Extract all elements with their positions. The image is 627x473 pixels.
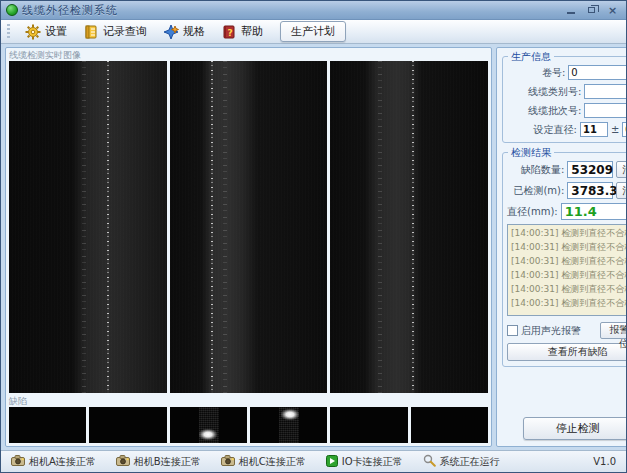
minimize-button[interactable] xyxy=(562,3,579,17)
defect-thumbnail[interactable] xyxy=(250,407,327,443)
production-info-title: 生产信息 xyxy=(508,50,554,63)
spec-label: 规格 xyxy=(183,24,205,39)
alarm-reset-button[interactable]: 报警复位 xyxy=(600,322,627,339)
production-plan-button[interactable]: 生产计划 xyxy=(280,21,346,42)
diameter-label: 直径(mm): xyxy=(507,205,558,219)
defects-title: 缺陷 xyxy=(9,395,488,407)
cable-type-label: 线缆类别号: xyxy=(528,85,581,99)
help-button[interactable]: ? 帮助 xyxy=(218,22,266,42)
production-info-group: 生产信息 卷号: 线缆类别号: ▼ 线缆批次号: ▼ xyxy=(502,56,627,143)
system-running-status: 系统正在运行 xyxy=(423,454,500,469)
io-card-status: IO卡连接正常 xyxy=(326,455,403,469)
camera-b-status: 相机B连接正常 xyxy=(116,455,201,469)
records-icon xyxy=(83,24,99,40)
defect-count-value: 53209 xyxy=(567,161,613,178)
detection-log[interactable]: [14:00:31] 检测到直径不合格 [14:00:31] 检测到直径不合格 … xyxy=(507,224,627,316)
status-bar: 相机A连接正常 相机B连接正常 相机C连接正常 xyxy=(1,450,626,472)
defect-thumbnails xyxy=(9,407,488,443)
camera-c-view xyxy=(330,61,488,393)
set-diameter-input[interactable] xyxy=(580,122,608,137)
cable-edge-highlight xyxy=(211,61,213,393)
camera-a-status: 相机A连接正常 xyxy=(11,455,96,469)
cable-type-dropdown[interactable]: ▼ xyxy=(584,84,627,99)
production-plan-label: 生产计划 xyxy=(291,24,335,39)
io-card-icon xyxy=(326,455,338,469)
spec-icon xyxy=(163,24,179,40)
defect-count-label: 缺陷数量: xyxy=(521,163,564,177)
record-query-label: 记录查询 xyxy=(103,24,147,39)
toolbar: 设置 记录查询 规格 ? 帮助 xyxy=(1,20,626,44)
detection-results-group: 检测结果 缺陷数量: 53209 清零 已检测(m): 3783.3 清零 直径… xyxy=(502,152,627,367)
log-entry: [14:00:31] 检测到直径不合格 xyxy=(511,296,627,310)
cable-edge-highlight xyxy=(412,61,414,393)
log-entry: [14:00:31] 检测到直径不合格 xyxy=(511,268,627,282)
log-entry: [14:00:31] 检测到直径不合格 xyxy=(511,240,627,254)
help-icon: ? xyxy=(221,24,237,40)
defect-thumbnail[interactable] xyxy=(411,407,488,443)
camera-b-view xyxy=(170,61,328,393)
tolerance-input[interactable] xyxy=(622,122,627,137)
alarm-enable-label: 启用声光报警 xyxy=(521,324,581,338)
help-label: 帮助 xyxy=(241,24,263,39)
measured-length-value: 3783.3 xyxy=(567,182,613,199)
settings-label: 设置 xyxy=(45,24,67,39)
camera-views xyxy=(9,61,488,393)
version-label: V1.0 xyxy=(593,456,616,467)
live-image-panel: 线缆检测实时图像 缺陷 xyxy=(5,47,492,447)
cable-batch-dropdown[interactable]: ▼ xyxy=(584,103,627,118)
plus-minus-sign: ± xyxy=(611,124,619,135)
defect-thumbnail[interactable] xyxy=(170,407,247,443)
settings-icon xyxy=(25,24,41,40)
close-button[interactable]: × xyxy=(604,3,621,17)
camera-icon xyxy=(116,455,130,468)
svg-text:?: ? xyxy=(227,27,232,37)
toolbar-grip xyxy=(7,24,10,40)
cable-batch-label: 线缆批次号: xyxy=(528,104,581,118)
content-area: 线缆检测实时图像 缺陷 xyxy=(1,44,626,450)
stop-detection-button[interactable]: 停止检测 xyxy=(523,417,627,440)
app-icon xyxy=(6,4,18,16)
camera-c-status: 相机C连接正常 xyxy=(221,455,306,469)
detection-results-title: 检测结果 xyxy=(508,146,554,159)
clear-defect-count-button[interactable]: 清零 xyxy=(616,161,627,178)
defect-thumbnail[interactable] xyxy=(9,407,86,443)
defect-thumbnail[interactable] xyxy=(330,407,407,443)
measured-length-label: 已检测(m): xyxy=(513,184,564,198)
live-image-title: 线缆检测实时图像 xyxy=(9,49,488,61)
title-bar: 线缆外径检测系统 × xyxy=(1,1,626,20)
roll-number-label: 卷号: xyxy=(542,66,565,80)
camera-a-view xyxy=(9,61,167,393)
camera-icon xyxy=(221,455,235,468)
restore-button[interactable] xyxy=(583,3,600,17)
diameter-value: 11.4 xyxy=(561,203,627,220)
cable-edge-noise xyxy=(223,61,227,393)
camera-icon xyxy=(11,455,25,468)
set-diameter-label: 设定直径: xyxy=(534,123,577,137)
magnifier-icon xyxy=(423,454,436,469)
control-panel: 生产信息 卷号: 线缆类别号: ▼ 线缆批次号: ▼ xyxy=(496,47,627,447)
cable-edge-noise xyxy=(82,61,86,393)
view-all-defects-button[interactable]: 查看所有缺陷 xyxy=(507,343,627,361)
log-entry: [14:00:31] 检测到直径不合格 xyxy=(511,282,627,296)
roll-number-input[interactable] xyxy=(568,65,627,80)
window-title: 线缆外径检测系统 xyxy=(22,3,558,18)
log-entry: [14:00:31] 检测到直径不合格 xyxy=(511,226,627,240)
cable-edge-noise xyxy=(378,61,382,393)
spec-button[interactable]: 规格 xyxy=(160,22,208,42)
defect-thumbnail[interactable] xyxy=(89,407,166,443)
cable-edge-highlight xyxy=(107,61,109,393)
settings-button[interactable]: 设置 xyxy=(22,22,70,42)
defect-blob xyxy=(199,429,217,440)
record-query-button[interactable]: 记录查询 xyxy=(80,22,150,42)
defect-blob xyxy=(281,409,299,420)
app-window: 线缆外径检测系统 × 设置 记录查询 xyxy=(0,0,627,473)
log-entry: [14:00:31] 检测到直径不合格 xyxy=(511,254,627,268)
clear-measured-button[interactable]: 清零 xyxy=(616,182,627,199)
alarm-enable-checkbox[interactable] xyxy=(507,325,518,336)
